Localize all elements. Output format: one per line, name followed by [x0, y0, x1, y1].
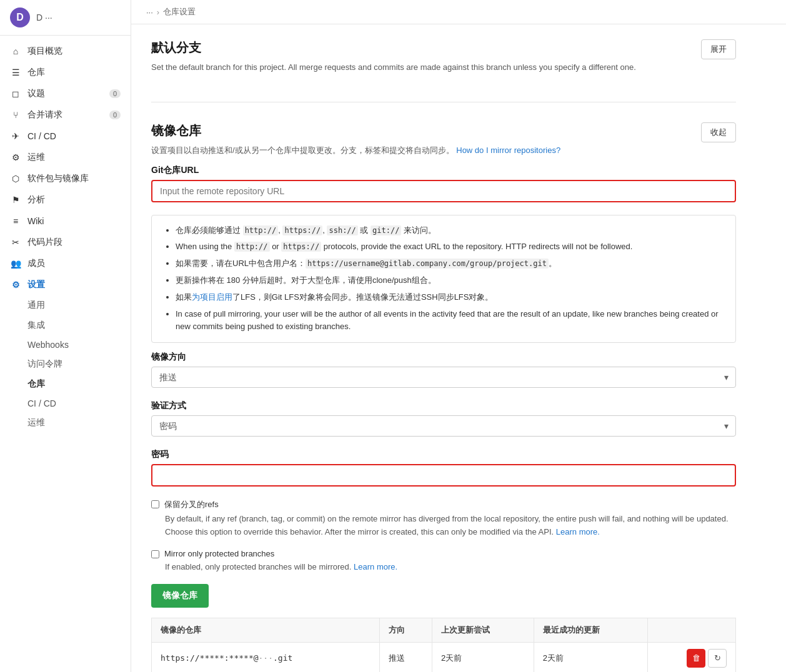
sidebar-item-packages[interactable]: ⬡软件包与镜像库 — [0, 168, 131, 189]
badge-merge: 0 — [109, 111, 121, 119]
merge-icon: ⑂ — [10, 109, 21, 121]
sidebar-nav: ⌂项目概览☰仓库◻议题0⑂合并请求0✈CI / CD⚙运维⬡软件包与镜像库⚑分析… — [0, 36, 131, 672]
info-item-0: 仓库必须能够通过 http://, https://, ssh:// 或 git… — [176, 224, 724, 237]
sub-nav-item-access_tokens[interactable]: 访问令牌 — [0, 354, 131, 374]
mirror-protected-branches-label[interactable]: Mirror only protected branches — [151, 549, 736, 558]
breadcrumb-arrow: › — [157, 7, 159, 17]
password-input[interactable] — [151, 464, 736, 487]
breadcrumb-parent: ··· — [146, 7, 153, 17]
delete-mirror-button[interactable]: 🗑 — [687, 649, 705, 668]
default-branch-section: 默认分支 Set the default branch for this pro… — [151, 39, 736, 102]
auth-method-select[interactable]: 密码 SSH公钥 — [151, 415, 736, 437]
info-item-4: 如果为项目启用了LFS，则Git LFS对象将会同步。推送镜像无法通过SSH同步… — [176, 291, 724, 304]
sidebar-item-merge[interactable]: ⑂合并请求0 — [0, 104, 131, 126]
sub-nav-item-cicd[interactable]: CI / CD — [0, 394, 131, 413]
sidebar-item-wiki[interactable]: ≡Wiki — [0, 210, 131, 232]
expand-button[interactable]: 展开 — [701, 39, 736, 59]
nav-label-members: 成员 — [27, 258, 45, 269]
table-cell-direction: 推送 — [380, 642, 432, 672]
sidebar-item-repo[interactable]: ☰仓库 — [0, 62, 131, 83]
table-cell-last-attempt: 2天前 — [432, 642, 534, 672]
packages-icon: ⬡ — [10, 173, 21, 184]
git-url-input[interactable] — [151, 180, 736, 202]
learn-more-link-1[interactable]: Learn more. — [556, 527, 600, 536]
mirror-table-body: https://*****:*****@···.git 推送 2天前 2天前 🗑… — [152, 642, 736, 672]
sidebar-username: D ··· — [36, 12, 52, 22]
sidebar-item-cicd[interactable]: ✈CI / CD — [0, 126, 131, 147]
password-field-group: 密码 — [151, 449, 736, 487]
mirror-direction-label: 镜像方向 — [151, 352, 736, 363]
sub-nav-item-repo[interactable]: 仓库 — [0, 374, 131, 394]
learn-more-link-2[interactable]: Learn more. — [354, 562, 397, 571]
badge-issues: 0 — [109, 89, 121, 98]
sidebar-item-analytics[interactable]: ⚑分析 — [0, 189, 131, 210]
mirror-help-link[interactable]: How do I mirror repositories? — [456, 146, 560, 155]
auth-method-field-group: 验证方式 密码 SSH公钥 — [151, 400, 736, 437]
page-content: 默认分支 Set the default branch for this pro… — [131, 24, 756, 672]
sidebar-item-ops[interactable]: ⚙运维 — [0, 147, 131, 168]
sub-nav-item-integrations[interactable]: 集成 — [0, 315, 131, 335]
info-item-2: 如果需要，请在URL中包含用户名：https://username@gitlab… — [176, 257, 724, 270]
mirror-direction-select[interactable]: 推送 拉取 — [151, 367, 736, 388]
members-icon: 👥 — [10, 258, 21, 269]
sidebar-item-members[interactable]: 👥成员 — [0, 253, 131, 274]
auth-method-select-wrapper: 密码 SSH公钥 — [151, 415, 736, 437]
mirror-table: 镜像的仓库方向上次更新尝试最近成功的更新 https://*****:*****… — [151, 618, 736, 672]
nav-label-settings: 设置 — [27, 279, 45, 290]
nav-label-merge: 合并请求 — [27, 109, 62, 121]
default-branch-desc: Set the default branch for this project.… — [151, 61, 636, 74]
sidebar-item-overview[interactable]: ⌂项目概览 — [0, 41, 131, 62]
keep-diverged-refs-label[interactable]: 保留分叉的refs — [151, 499, 736, 510]
info-item-3: 更新操作将在 180 分钟后超时。对于大型仓库，请使用clone/push组合。 — [176, 274, 724, 287]
issues-icon: ◻ — [10, 88, 21, 99]
sub-nav-item-ops[interactable]: 运维 — [0, 413, 131, 433]
wiki-icon: ≡ — [10, 215, 21, 227]
git-url-label: Git仓库URL — [151, 165, 736, 176]
lfs-link[interactable]: 为项目启用 — [192, 292, 232, 302]
keep-diverged-refs-checkbox[interactable] — [151, 500, 159, 508]
mirror-protected-branches-checkbox[interactable] — [151, 550, 159, 558]
table-row: https://*****:*****@···.git 推送 2天前 2天前 🗑… — [152, 642, 736, 672]
snippets-icon: ✂ — [10, 237, 21, 248]
default-branch-title: 默认分支 — [151, 39, 636, 56]
table-header-1: 方向 — [380, 618, 432, 642]
nav-label-repo: 仓库 — [27, 67, 45, 78]
sidebar-item-snippets[interactable]: ✂代码片段 — [0, 232, 131, 253]
table-cell-last-success: 2天前 — [534, 642, 647, 672]
sidebar: D D ··· ⌂项目概览☰仓库◻议题0⑂合并请求0✈CI / CD⚙运维⬡软件… — [0, 0, 131, 672]
keep-diverged-refs-group: 保留分叉的refs By default, if any ref (branch… — [151, 499, 736, 539]
avatar: D — [10, 7, 30, 27]
nav-label-overview: 项目概览 — [27, 46, 62, 57]
breadcrumb-current: 仓库设置 — [163, 6, 196, 17]
table-header-actions — [648, 618, 736, 642]
settings-icon: ⚙ — [10, 279, 21, 290]
nav-label-wiki: Wiki — [27, 216, 44, 226]
refresh-mirror-button[interactable]: ↻ — [708, 649, 727, 668]
auth-method-label: 验证方式 — [151, 400, 736, 412]
nav-label-snippets: 代码片段 — [27, 237, 62, 248]
nav-label-analytics: 分析 — [27, 194, 45, 205]
sidebar-item-settings[interactable]: ⚙设置 — [0, 274, 131, 295]
info-box: 仓库必须能够通过 http://, https://, ssh:// 或 git… — [151, 215, 736, 343]
sidebar-item-issues[interactable]: ◻议题0 — [0, 83, 131, 104]
ops-icon: ⚙ — [10, 152, 21, 163]
mirror-direction-select-wrapper: 推送 拉取 — [151, 367, 736, 388]
mirror-submit-button[interactable]: 镜像仓库 — [151, 584, 209, 608]
table-header-0: 镜像的仓库 — [152, 618, 380, 642]
keep-diverged-refs-desc: By default, if any ref (branch, tag, or … — [165, 513, 736, 539]
mirror-protected-branches-desc: If enabled, only protected branches will… — [165, 561, 736, 574]
mirror-direction-field-group: 镜像方向 推送 拉取 — [151, 352, 736, 388]
mirror-repo-title: 镜像仓库 — [151, 122, 560, 139]
mirror-repo-title-area: 镜像仓库 设置项目以自动推送和/或从另一个仓库中提取更改。分支，标签和提交将自动… — [151, 122, 560, 157]
main-content: ··· › 仓库设置 默认分支 Set the default branch f… — [131, 0, 786, 672]
collapse-button[interactable]: 收起 — [701, 122, 736, 142]
repo-icon: ☰ — [10, 67, 21, 78]
table-cell-actions: 🗑 ↻ — [648, 642, 736, 672]
nav-label-issues: 议题 — [27, 88, 45, 99]
cicd-icon: ✈ — [10, 131, 21, 142]
mirror-repo-desc: 设置项目以自动推送和/或从另一个仓库中提取更改。分支，标签和提交将自动同步。 H… — [151, 144, 560, 157]
info-item-1: When using the http:// or https:// proto… — [176, 240, 724, 254]
sub-nav-item-webhooks[interactable]: Webhooks — [0, 335, 131, 354]
nav-label-cicd: CI / CD — [27, 131, 56, 141]
sub-nav-item-general[interactable]: 通用 — [0, 295, 131, 315]
